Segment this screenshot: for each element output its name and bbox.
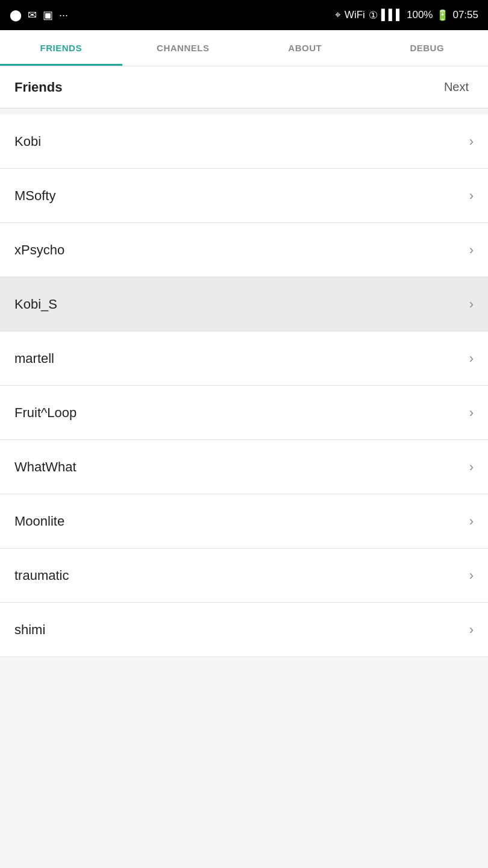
list-item-whatwhat[interactable]: WhatWhat›	[0, 440, 488, 494]
status-bar: ⬤ ✉ ▣ ··· ⌖ WiFi ① ▌▌▌ 100% 🔋 07:55	[0, 0, 488, 30]
chevron-right-icon: ›	[469, 134, 474, 149]
list-item-label-kobi: Kobi	[14, 134, 41, 149]
mail-icon: ✉	[28, 8, 37, 22]
list-item-label-shimi: shimi	[14, 622, 45, 638]
list-item-shimi[interactable]: shimi›	[0, 603, 488, 657]
page-title: Friends	[14, 80, 62, 95]
signal-icon: ▌▌▌	[381, 9, 403, 21]
chevron-right-icon: ›	[469, 568, 474, 583]
header-row: Friends Next	[0, 66, 488, 108]
list-item-martell[interactable]: martell›	[0, 332, 488, 386]
tab-bar: FRIENDS CHANNELS ABOUT DEBUG	[0, 30, 488, 66]
chevron-right-icon: ›	[469, 514, 474, 529]
clock: 07:55	[452, 9, 478, 21]
list-item-label-xpsycho: xPsycho	[14, 242, 64, 258]
list-item-label-kobi_s: Kobi_S	[14, 297, 57, 312]
status-bar-right: ⌖ WiFi ① ▌▌▌ 100% 🔋 07:55	[335, 9, 478, 22]
next-button[interactable]: Next	[439, 75, 474, 99]
wifi-icon: WiFi	[345, 9, 365, 21]
list-item-msofty[interactable]: MSofty›	[0, 169, 488, 223]
list-item-label-traumatic: traumatic	[14, 568, 69, 583]
battery-percent: 100%	[407, 9, 433, 21]
tab-debug[interactable]: DEBUG	[366, 30, 489, 66]
tab-about[interactable]: ABOUT	[244, 30, 366, 66]
chevron-right-icon: ›	[469, 297, 474, 312]
list-item-moonlite[interactable]: Moonlite›	[0, 494, 488, 549]
chevron-right-icon: ›	[469, 622, 474, 638]
list-item-label-whatwhat: WhatWhat	[14, 459, 77, 475]
list-item-kobi[interactable]: Kobi›	[0, 115, 488, 169]
list-item-traumatic[interactable]: traumatic›	[0, 549, 488, 603]
list-item-label-martell: martell	[14, 351, 54, 366]
battery-icon: 🔋	[436, 9, 449, 22]
chevron-right-icon: ›	[469, 351, 474, 366]
list-item-xpsycho[interactable]: xPsycho›	[0, 223, 488, 277]
list-item-label-msofty: MSofty	[14, 188, 55, 204]
more-icon: ···	[59, 9, 68, 22]
whatsapp-icon: ⬤	[10, 8, 22, 22]
list-item-kobi_s[interactable]: Kobi_S›	[0, 277, 488, 332]
list-item-label-fruitloop: Fruit^Loop	[14, 405, 77, 421]
tab-channels[interactable]: CHANNELS	[122, 30, 245, 66]
chevron-right-icon: ›	[469, 242, 474, 258]
friends-list: Kobi›MSofty›xPsycho›Kobi_S›martell›Fruit…	[0, 115, 488, 657]
doc-icon: ▣	[43, 8, 53, 22]
location-icon: ⌖	[335, 9, 341, 21]
chevron-right-icon: ›	[469, 188, 474, 204]
list-item-fruitloop[interactable]: Fruit^Loop›	[0, 386, 488, 440]
sim-icon: ①	[369, 9, 378, 22]
status-bar-left: ⬤ ✉ ▣ ···	[10, 8, 68, 22]
chevron-right-icon: ›	[469, 405, 474, 421]
chevron-right-icon: ›	[469, 459, 474, 475]
list-item-label-moonlite: Moonlite	[14, 514, 64, 529]
tab-friends[interactable]: FRIENDS	[0, 30, 122, 66]
